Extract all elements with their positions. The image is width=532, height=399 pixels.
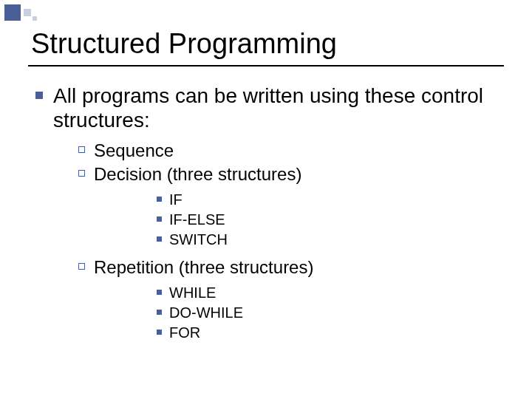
list-item-label: IF — [169, 190, 183, 209]
list-item-label: SWITCH — [169, 230, 228, 249]
list-item-label: IF-ELSE — [169, 210, 225, 229]
decor-square-small-1 — [24, 9, 31, 16]
list-item: IF — [157, 190, 497, 209]
sub-sub-list: WHILE DO-WHILE FOR — [157, 283, 497, 342]
sub-sub-list: IF IF-ELSE SWITCH — [157, 190, 497, 249]
list-item: Repetition (three structures) — [78, 256, 497, 279]
list-item-label: Decision (three structures) — [94, 163, 301, 185]
main-bullet-text: All programs can be written using these … — [53, 83, 497, 132]
list-item: Sequence — [78, 140, 497, 162]
small-square-bullet-icon — [157, 197, 162, 202]
slide-content: Structured Programming All programs can … — [0, 0, 532, 342]
list-item-label: DO-WHILE — [169, 303, 243, 322]
square-bullet-icon — [35, 92, 43, 99]
slide-corner-decoration — [0, 0, 103, 27]
decor-square-small-2 — [33, 16, 37, 21]
small-square-bullet-icon — [157, 310, 162, 315]
list-item: DO-WHILE — [157, 303, 497, 322]
small-square-bullet-icon — [157, 330, 162, 335]
list-item: WHILE — [157, 283, 497, 302]
small-square-bullet-icon — [157, 290, 162, 295]
list-item-label: WHILE — [169, 283, 216, 302]
list-item-label: FOR — [169, 323, 200, 342]
list-item-label: Sequence — [94, 140, 174, 162]
sub-list: Sequence Decision (three structures) IF … — [78, 140, 497, 342]
list-item: Decision (three structures) — [78, 163, 497, 185]
main-bullet: All programs can be written using these … — [35, 83, 497, 132]
list-item: FOR — [157, 323, 497, 342]
title-underline — [28, 65, 504, 66]
hollow-square-bullet-icon — [78, 146, 85, 153]
small-square-bullet-icon — [157, 216, 162, 222]
decor-square-large — [4, 4, 21, 21]
hollow-square-bullet-icon — [78, 263, 85, 270]
list-item: IF-ELSE — [157, 210, 497, 229]
list-item-label: Repetition (three structures) — [94, 256, 313, 279]
list-item: SWITCH — [157, 230, 497, 249]
hollow-square-bullet-icon — [78, 170, 85, 177]
slide-title: Structured Programming — [31, 28, 497, 60]
small-square-bullet-icon — [157, 236, 162, 242]
